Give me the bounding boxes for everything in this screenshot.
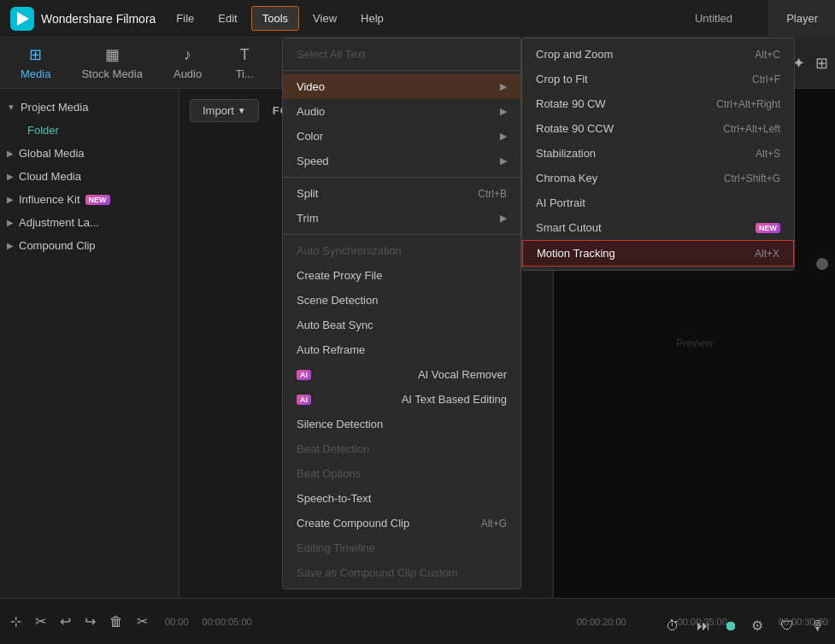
menu-proxy[interactable]: Create Proxy File bbox=[283, 263, 520, 288]
timeline-time-current: 00:00 bbox=[165, 617, 189, 627]
topbar: Wondershare Filmora File Edit Tools View… bbox=[0, 0, 835, 38]
smart-cutout-label: Smart Cutout bbox=[536, 221, 602, 234]
rotate-cw-label: Rotate 90 CW bbox=[536, 97, 606, 110]
menu-divider-2 bbox=[283, 177, 520, 178]
chroma-shortcut: Ctrl+Shift+G bbox=[724, 173, 780, 184]
menu-tools[interactable]: Tools bbox=[251, 6, 299, 31]
menu-rotate-cw[interactable]: Rotate 90 CW Ctrl+Alt+Right bbox=[522, 91, 794, 116]
menu-beat-detect[interactable]: Beat Detection bbox=[283, 436, 520, 461]
timeline-razor-icon[interactable]: ✂ bbox=[32, 610, 50, 633]
menu-help[interactable]: Help bbox=[350, 7, 394, 30]
crop-fit-label: Crop to Fit bbox=[536, 73, 588, 85]
menu-edit[interactable]: Edit bbox=[208, 7, 247, 30]
sidebar-global-media[interactable]: ▶ Global Media bbox=[0, 142, 179, 165]
tab-audio[interactable]: ♪ Audio bbox=[160, 41, 215, 85]
chevron-right-adjust-icon: ▶ bbox=[7, 218, 14, 227]
timeline-settings-icon[interactable]: ⚙ bbox=[748, 614, 767, 637]
menu-trim[interactable]: Trim ▶ bbox=[283, 206, 520, 231]
menu-save-compound[interactable]: Save as Compound Clip Custom bbox=[283, 560, 520, 585]
sidebar-adjustment-layer[interactable]: ▶ Adjustment La... bbox=[0, 211, 179, 234]
menu-smart-cutout[interactable]: Smart Cutout NEW bbox=[522, 215, 794, 240]
menu-crop-zoom[interactable]: Crop and Zoom Alt+C bbox=[522, 42, 794, 67]
stabilization-shortcut: Alt+S bbox=[756, 148, 780, 160]
menu-beat-sync[interactable]: Auto Beat Sync bbox=[283, 313, 520, 337]
menu-speed[interactable]: Speed ▶ bbox=[283, 149, 520, 173]
chroma-label: Chroma Key bbox=[536, 172, 597, 184]
menu-color[interactable]: Color ▶ bbox=[283, 124, 520, 149]
import-dropdown-icon: ▼ bbox=[238, 106, 246, 115]
stock-media-icon: ▦ bbox=[105, 45, 120, 64]
crop-zoom-shortcut: Alt+C bbox=[755, 49, 780, 61]
compound-label: Create Compound Clip bbox=[297, 517, 409, 530]
timeline-redo-icon[interactable]: ↪ bbox=[81, 610, 99, 633]
sidebar-influence-kit[interactable]: ▶ Influence Kit NEW bbox=[0, 188, 179, 211]
menu-chroma[interactable]: Chroma Key Ctrl+Shift+G bbox=[522, 166, 794, 190]
chevron-right-cloud-icon: ▶ bbox=[7, 172, 14, 181]
window-title: Untitled bbox=[695, 12, 732, 25]
titles-icon: T bbox=[240, 46, 250, 64]
sidebar-compound-clip[interactable]: ▶ Compound Clip bbox=[0, 234, 179, 257]
tab-titles[interactable]: T Ti... bbox=[219, 41, 270, 85]
video-submenu: Crop and Zoom Alt+C Crop to Fit Ctrl+F R… bbox=[521, 38, 795, 271]
tab-media-label: Media bbox=[21, 67, 50, 80]
menu-reframe[interactable]: Auto Reframe bbox=[283, 337, 520, 362]
menu-file[interactable]: File bbox=[166, 7, 204, 30]
menu-motion-tracking[interactable]: Motion Tracking Alt+X bbox=[522, 240, 794, 266]
menu-beat-options[interactable]: Beat Options bbox=[283, 461, 520, 486]
menu-crop-fit[interactable]: Crop to Fit Ctrl+F bbox=[522, 67, 794, 91]
menu-view[interactable]: View bbox=[303, 7, 347, 30]
smart-cutout-badge: NEW bbox=[756, 223, 780, 233]
rotate-cw-shortcut: Ctrl+Alt+Right bbox=[716, 98, 780, 110]
tools-menu: Select All Text Video ▶ Audio ▶ Color ▶ … bbox=[282, 38, 521, 589]
menu-ai-portrait[interactable]: AI Portrait bbox=[522, 190, 794, 215]
menu-ai-vocal[interactable]: AI AI Vocal Remover bbox=[283, 362, 520, 387]
speech-label: Speech-to-Text bbox=[297, 492, 371, 505]
menu-silence[interactable]: Silence Detection bbox=[283, 412, 520, 436]
timeline-shield-icon[interactable]: 🛡 bbox=[777, 615, 797, 637]
menu-stabilization[interactable]: Stabilization Alt+S bbox=[522, 141, 794, 166]
tab-media[interactable]: ⊞ Media bbox=[7, 40, 64, 85]
beat-detect-label: Beat Detection bbox=[297, 442, 369, 455]
timeline-delete-icon[interactable]: 🗑 bbox=[106, 611, 126, 633]
player-button[interactable]: Player bbox=[768, 0, 835, 38]
menu-split[interactable]: Split Ctrl+B bbox=[283, 181, 520, 206]
influence-kit-label: Influence Kit bbox=[19, 193, 80, 206]
menu-speech[interactable]: Speech-to-Text bbox=[283, 486, 520, 511]
menu-scene[interactable]: Scene Detection bbox=[283, 288, 520, 313]
sidebar-cloud-media[interactable]: ▶ Cloud Media bbox=[0, 165, 179, 188]
menu-editing-timeline[interactable]: Editing Timeline bbox=[283, 536, 520, 560]
timeline-clock-icon[interactable]: ⏱ bbox=[662, 615, 683, 637]
audio-arrow-icon: ▶ bbox=[500, 106, 507, 117]
menu-video[interactable]: Video ▶ bbox=[283, 74, 520, 99]
timeline-record-icon[interactable]: ⏺ bbox=[724, 618, 738, 634]
menu-auto-sync[interactable]: Auto Synchronization bbox=[283, 238, 520, 263]
timeline: ⊹ ✂ ↩ ↪ 🗑 ✂ 00:00 00:00:05:00 00:00:20:0… bbox=[0, 598, 835, 644]
sidebar-project-media[interactable]: ▼ Project Media bbox=[0, 96, 179, 119]
grid-icon[interactable]: ⊞ bbox=[815, 54, 828, 73]
app-logo: Wondershare Filmora bbox=[0, 7, 166, 31]
ai-portrait-label: AI Portrait bbox=[536, 196, 585, 209]
menu-rotate-ccw[interactable]: Rotate 90 CCW Ctrl+Alt+Left bbox=[522, 116, 794, 141]
timeline-mic-icon[interactable]: 🎙 bbox=[808, 615, 828, 637]
timeline-cut-icon[interactable]: ✂ bbox=[133, 610, 151, 633]
menu-ai-text[interactable]: AI AI Text Based Editing bbox=[283, 387, 520, 412]
sidebar-folder[interactable]: Folder bbox=[21, 119, 179, 142]
menu-audio[interactable]: Audio ▶ bbox=[283, 99, 520, 124]
beat-sync-label: Auto Beat Sync bbox=[297, 319, 373, 331]
compound-clip-label: Compound Clip bbox=[19, 239, 96, 252]
menu-compound[interactable]: Create Compound Clip Alt+G bbox=[283, 511, 520, 536]
timeline-undo-icon[interactable]: ↩ bbox=[56, 610, 74, 633]
trim-arrow-icon: ▶ bbox=[500, 213, 507, 224]
speed-label: Speed bbox=[297, 155, 329, 167]
import-button[interactable]: Import ▼ bbox=[190, 99, 259, 122]
menu-select-all-text[interactable]: Select All Text bbox=[283, 42, 520, 67]
split-shortcut: Ctrl+B bbox=[478, 188, 507, 200]
import-label: Import bbox=[203, 104, 234, 117]
chevron-right-influence-icon: ▶ bbox=[7, 195, 14, 204]
tab-stock-media[interactable]: ▦ Stock Media bbox=[68, 40, 156, 85]
timeline-forward-icon[interactable]: ⏭ bbox=[693, 615, 714, 637]
motion-tracking-shortcut: Alt+X bbox=[755, 248, 779, 260]
ai-vocal-label: AI Vocal Remover bbox=[418, 368, 507, 381]
timeline-select-icon[interactable]: ⊹ bbox=[7, 610, 25, 633]
editing-timeline-label: Editing Timeline bbox=[297, 542, 375, 554]
